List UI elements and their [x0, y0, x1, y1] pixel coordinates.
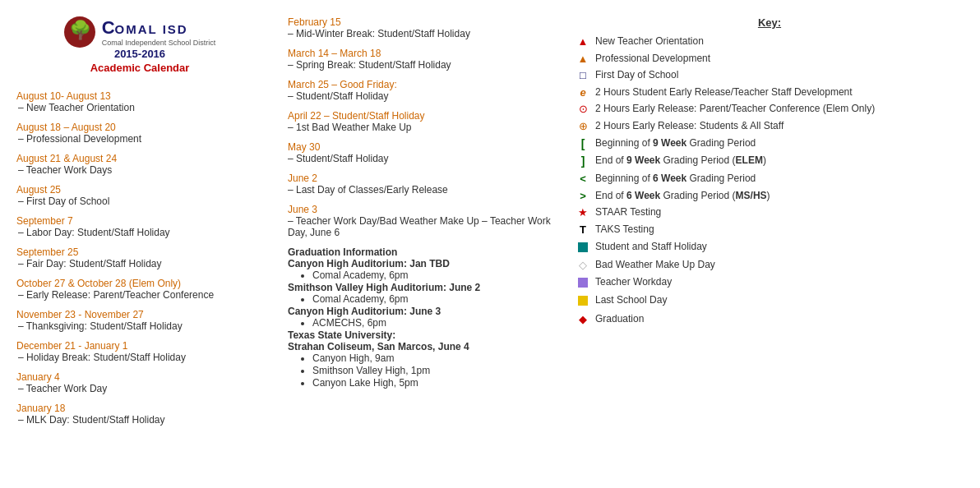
event-date: August 18 – August 20: [16, 122, 263, 133]
key-icon: >: [576, 190, 590, 203]
event-date: November 23 - November 27: [16, 309, 263, 320]
key-item: ] End of 9 Week Grading Period (ELEM): [576, 154, 964, 168]
mid-column: February 15 – Mid-Winter Break: Student/…: [280, 16, 559, 434]
cal-title: Academic Calendar: [16, 62, 263, 74]
event-date: August 10- August 13: [16, 90, 263, 102]
key-item: ⊕ 2 Hours Early Release: Students & All …: [576, 120, 964, 133]
event-block: September 25 – Fair Day: Student/Staff H…: [16, 246, 263, 269]
event-desc: – Early Release: Parent/Teacher Conferen…: [16, 289, 263, 301]
logo-c: C: [102, 17, 115, 39]
event-block: December 21 - January 1 – Holiday Break:…: [16, 340, 263, 363]
key-column: Key: ▲ New Teacher Orientation ▲ Profess…: [567, 16, 972, 434]
event-block: September 7 – Labor Day: Student/Staff H…: [16, 215, 263, 238]
key-item: □ First Day of School: [576, 69, 964, 82]
logo-text: C OMAL ISD Comal Independent School Dist…: [102, 17, 216, 47]
mid-event-block: March 14 – March 18 – Spring Break: Stud…: [288, 48, 551, 71]
left-events: August 10- August 13 – New Teacher Orien…: [16, 90, 263, 426]
key-icon: [576, 276, 590, 291]
grad-bullets: Comal Academy, 6pm: [312, 269, 551, 281]
key-icon: ◆: [576, 313, 590, 326]
event-block: January 18 – MLK Day: Student/Staff Holi…: [16, 403, 263, 426]
key-label: First Day of School: [595, 69, 678, 82]
key-items: ▲ New Teacher Orientation ▲ Professional…: [576, 35, 964, 326]
key-item: ◆ Graduation: [576, 313, 964, 326]
key-item: ▲ New Teacher Orientation: [576, 35, 964, 48]
key-label: New Teacher Orientation: [595, 35, 704, 48]
mid-date: May 30: [288, 141, 551, 153]
event-block: August 25 – First Day of School: [16, 184, 263, 207]
key-label: Beginning of 6 Week Grading Period: [595, 173, 756, 186]
key-icon: e: [576, 86, 590, 99]
grad-venue: Smithson Valley High Auditorium: June 2: [288, 282, 551, 293]
key-label: 2 Hours Early Release: Parent/Teacher Co…: [595, 103, 875, 116]
left-column: C OMAL ISD Comal Independent School Dist…: [8, 16, 271, 434]
mid-date: March 14 – March 18: [288, 48, 551, 59]
key-title: Key:: [576, 16, 964, 29]
event-desc: – New Teacher Orientation: [16, 102, 263, 113]
event-desc: – Teacher Work Day: [16, 383, 263, 394]
event-desc: – Professional Development: [16, 133, 263, 145]
key-label: End of 6 Week Grading Period (MS/HS): [595, 190, 770, 203]
grad-bullets: Canyon High, 9amSmithson Valley High, 1p…: [312, 352, 551, 389]
key-label: Student and Staff Holiday: [595, 241, 707, 254]
grad-title: Graduation Information: [288, 246, 551, 258]
event-desc: – Holiday Break: Student/Staff Holiday: [16, 352, 263, 363]
event-date: August 25: [16, 184, 263, 196]
event-date: August 21 & August 24: [16, 153, 263, 164]
event-block: August 18 – August 20 – Professional Dev…: [16, 122, 263, 145]
key-item: ⊙ 2 Hours Early Release: Parent/Teacher …: [576, 103, 964, 116]
mid-event-block: February 15 – Mid-Winter Break: Student/…: [288, 16, 551, 39]
key-label: Professional Development: [595, 53, 710, 66]
page: C OMAL ISD Comal Independent School Dist…: [0, 0, 980, 450]
key-label: 2 Hours Early Release: Students & All St…: [595, 120, 784, 133]
grad-bullet-item: Smithson Valley High, 1pm: [312, 365, 551, 376]
logo-omal: OMAL ISD: [115, 22, 188, 36]
mid-event-block: March 25 – Good Friday: – Student/Staff …: [288, 79, 551, 102]
graduation-block: Graduation InformationCanyon High Audito…: [288, 246, 551, 389]
mid-date: March 25 – Good Friday:: [288, 79, 551, 90]
key-label: STAAR Testing: [595, 206, 661, 219]
mid-desc: – Teacher Work Day/Bad Weather Make Up –…: [288, 215, 551, 238]
mid-desc: – Student/Staff Holiday: [288, 153, 551, 164]
key-item: ◇ Bad Weather Make Up Day: [576, 259, 964, 272]
event-block: August 10- August 13 – New Teacher Orien…: [16, 90, 263, 113]
mid-event-block: April 22 – Student/Staff Holiday – 1st B…: [288, 110, 551, 133]
grad-bullet-item: Comal Academy, 6pm: [312, 293, 551, 305]
event-date: September 25: [16, 246, 263, 258]
key-item: Last School Day: [576, 294, 964, 309]
key-label: Teacher Workday: [595, 276, 672, 289]
grad-venue: Texas State University:: [288, 329, 551, 341]
event-desc: – MLK Day: Student/Staff Holiday: [16, 414, 263, 426]
logo-area: C OMAL ISD Comal Independent School Dist…: [16, 16, 263, 74]
key-icon: T: [576, 223, 590, 237]
key-icon: □: [576, 69, 590, 82]
mid-events: February 15 – Mid-Winter Break: Student/…: [288, 16, 551, 238]
key-item: ★ STAAR Testing: [576, 206, 964, 219]
key-icon: ⊙: [576, 103, 590, 116]
key-item: Student and Staff Holiday: [576, 241, 964, 256]
mid-desc: – Mid-Winter Break: Student/Staff Holida…: [288, 28, 551, 39]
key-item: T TAKS Testing: [576, 223, 964, 237]
key-item: < Beginning of 6 Week Grading Period: [576, 173, 964, 186]
mid-desc: – 1st Bad Weather Make Up: [288, 122, 551, 133]
key-icon: [576, 241, 590, 256]
key-item: e 2 Hours Student Early Release/Teacher …: [576, 86, 964, 99]
grad-bullets: ACMECHS, 6pm: [312, 317, 551, 329]
event-date: December 21 - January 1: [16, 340, 263, 352]
event-desc: – First Day of School: [16, 196, 263, 207]
key-icon: [: [576, 137, 590, 151]
grad-bullet-item: Canyon Lake High, 5pm: [312, 377, 551, 389]
event-desc: – Thanksgiving: Student/Staff Holiday: [16, 320, 263, 332]
event-desc: – Teacher Work Days: [16, 164, 263, 176]
key-label: End of 9 Week Grading Period (ELEM): [595, 154, 766, 168]
grad-bullet-item: ACMECHS, 6pm: [312, 317, 551, 329]
key-label: Last School Day: [595, 294, 667, 307]
event-block: August 21 & August 24 – Teacher Work Day…: [16, 153, 263, 176]
key-icon: ]: [576, 154, 590, 168]
key-label: Beginning of 9 Week Grading Period: [595, 137, 756, 150]
logo-icon: [64, 16, 95, 48]
key-label: Bad Weather Make Up Day: [595, 259, 715, 272]
key-icon: ⊕: [576, 120, 590, 133]
grad-venue: Canyon High Auditorium: June 3: [288, 306, 551, 317]
mid-date: April 22 – Student/Staff Holiday: [288, 110, 551, 122]
